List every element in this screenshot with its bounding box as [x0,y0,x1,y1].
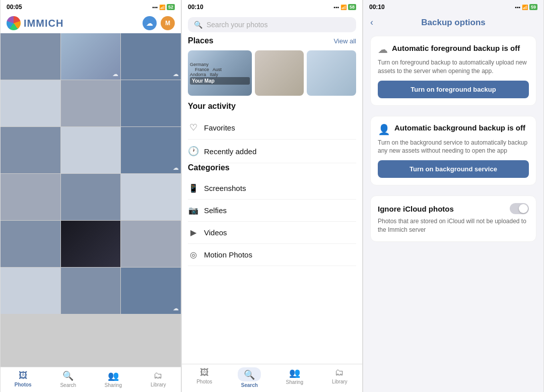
library-nav-icon-2: 🗂 [335,367,344,378]
background-backup-button[interactable]: Turn on background service [378,160,529,178]
background-backup-desc: Turn on the background service to automa… [378,139,529,156]
videos-icon: ▶ [188,228,199,237]
search-placeholder: Search your photos [207,21,267,29]
photo-cell[interactable] [121,221,181,267]
motion-photos-item[interactable]: ◎ Motion Photos [188,244,356,266]
nav-library-label-2: Library [332,379,348,384]
map-labels: Germany France Aust Andorra Italy Your M… [188,50,252,96]
page-title: Backup options [421,18,486,28]
activity-header: Your activity [188,102,356,111]
background-backup-title: Automatic background backup is off [394,123,525,132]
nav-library-label-1: Library [151,382,166,387]
status-bar-1: 00:05 ▪▪▪ 📶 52 [1,0,181,13]
nav-item-sharing-1[interactable]: 👥 Sharing [91,370,136,388]
photo-cell[interactable]: ☁ [61,33,121,80]
places-section: Places View all Germany France Aust Ando… [182,36,362,102]
photo-cell[interactable] [121,174,181,220]
foreground-backup-section: ☁ Automatic foreground backup is off Tur… [370,36,536,106]
nav-search-label-1: Search [60,382,76,388]
background-backup-section: 👤 Automatic background backup is off Tur… [370,116,536,186]
icloud-desc: Photos that are stored on iCloud will no… [378,217,529,234]
wifi-icon-3: 📶 [522,5,528,10]
photo-cell[interactable] [1,268,60,314]
nav-item-search-2[interactable]: 🔍 Search [227,367,273,388]
nav-photos-label-2: Photos [196,379,212,384]
signal-icon-2: ▪▪▪ [333,5,339,10]
recently-added-label: Recently added [204,147,256,156]
photo-cell[interactable]: ☁ [121,268,181,314]
app-header-1: IMMICH ☁ M [1,13,181,33]
photos-nav-icon: 🖼 [19,370,28,381]
nav-search-label-2: Search [241,382,258,388]
battery-3: 59 [529,4,537,10]
photo-cell[interactable] [1,33,60,80]
library-nav-icon-1: 🗂 [154,370,163,381]
foreground-backup-icon: ☁ [378,43,388,55]
status-icons-1: ▪▪▪ 📶 52 [152,4,175,10]
status-bar-2: 00:10 ▪▪▪ 📶 58 [182,0,362,13]
search-nav-icon-1: 🔍 [62,370,74,381]
icloud-toggle[interactable] [510,203,529,214]
place-card-photo-2[interactable] [307,50,356,96]
motion-photos-label: Motion Photos [204,250,252,259]
photo-cell[interactable]: ☁ [121,33,181,80]
photo-cell[interactable] [1,221,60,267]
foreground-backup-button[interactable]: Turn on foreground backup [378,81,529,98]
cloud-sync-icon[interactable]: ☁ [143,16,157,30]
battery-2: 58 [348,4,356,10]
wifi-icon-1: 📶 [159,5,165,10]
icloud-header-row: Ignore iCloud photos [378,203,529,214]
photo-cell[interactable] [121,80,181,126]
phone-3: 00:10 ▪▪▪ 📶 59 ‹ Backup options ☁ Automa… [363,0,544,392]
foreground-backup-desc: Turn on foreground backup to automatical… [378,58,529,76]
bottom-nav-2: 🖼 Photos 🔍 Search 👥 Sharing 🗂 Library [182,364,362,392]
immich-logo: IMMICH [7,16,63,30]
time-2: 00:10 [188,4,203,11]
photo-cell[interactable] [1,174,60,220]
nav-item-photos-2[interactable]: 🖼 Photos [182,367,227,388]
nav-item-photos-1[interactable]: 🖼 Photos [1,370,46,388]
categories-title: Categories [188,163,230,172]
activity-section: Your activity ♡ Favorites 🕐 Recently add… [182,102,362,163]
search-bar[interactable]: 🔍 Search your photos [188,17,356,32]
place-card-photo-1[interactable] [255,50,304,96]
selfies-label: Selfies [204,206,227,215]
foreground-backup-title: Automatic foreground backup is off [392,44,520,52]
nav-item-search-1[interactable]: 🔍 Search [46,370,91,388]
nav-sharing-label-1: Sharing [105,382,122,388]
status-icons-2: ▪▪▪ 📶 58 [333,4,356,10]
photo-cell[interactable]: ☁ [121,127,181,173]
photo-cell[interactable] [1,80,60,126]
nav-item-library-2[interactable]: 🗂 Library [317,367,363,388]
photo-cell[interactable] [61,174,121,220]
photo-cell[interactable] [61,127,121,173]
nav-item-library-1[interactable]: 🗂 Library [136,370,181,388]
nav-item-sharing-2[interactable]: 👥 Sharing [272,367,317,388]
photo-cell[interactable] [61,80,121,126]
signal-icon-1: ▪▪▪ [152,5,158,10]
categories-section: Categories 📱 Screenshots 📷 Selfies ▶ Vid… [182,163,362,266]
photo-cell[interactable] [61,268,121,314]
header-icons: ☁ M [143,16,175,30]
logo-circle [7,16,21,30]
place-card-map[interactable]: Germany France Aust Andorra Italy Your M… [188,50,252,96]
screenshots-icon: 📱 [188,183,199,193]
your-map-label: Your Map [190,77,250,85]
favorites-item[interactable]: ♡ Favorites [188,116,356,140]
view-all-link[interactable]: View all [333,37,356,45]
avatar-icon[interactable]: M [161,16,175,30]
back-button[interactable]: ‹ [370,17,373,28]
screenshots-label: Screenshots [204,184,246,192]
background-backup-icon: 👤 [378,123,390,136]
search-icon: 🔍 [194,21,202,29]
map-label-andorra: Andorra Italy [190,72,250,77]
recently-added-item[interactable]: 🕐 Recently added [188,140,356,163]
screenshots-item[interactable]: 📱 Screenshots [188,177,356,200]
nav-sharing-label-2: Sharing [286,379,303,385]
photo-cell[interactable] [61,221,121,267]
photo-cell[interactable] [1,127,60,173]
videos-label: Videos [204,228,227,237]
selfies-item[interactable]: 📷 Selfies [188,200,356,222]
recently-added-icon: 🕐 [188,146,199,157]
videos-item[interactable]: ▶ Videos [188,222,356,244]
